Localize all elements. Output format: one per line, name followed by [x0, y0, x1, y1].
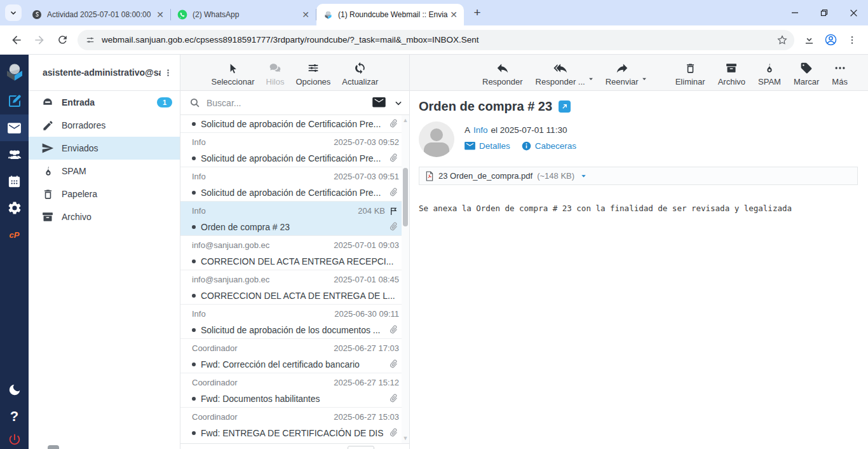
generic-favicon-icon [32, 10, 42, 20]
tab-close-icon[interactable]: ✕ [301, 10, 311, 20]
folder-archivo[interactable]: Archivo [29, 205, 180, 228]
open-in-new-window-button[interactable] [559, 100, 571, 113]
message-row[interactable]: info@sanjuan.gob.ec 2025-07-01 08:45 COR… [180, 270, 402, 305]
tab-whatsapp[interactable]: (2) WhatsApp ✕ [171, 4, 316, 25]
chevron-down-icon [588, 76, 594, 82]
bookmark-star-icon[interactable] [776, 34, 788, 46]
url-bar[interactable]: webmail.sanjuan.gob.ec/cpsess8918591777/… [78, 30, 794, 50]
threads-icon [269, 60, 281, 76]
message-subject: Orden de compra # 23 [201, 222, 383, 232]
search-options-chevron-icon[interactable] [394, 99, 403, 107]
scrollbar-thumb[interactable] [403, 168, 408, 226]
reply-all-button[interactable]: Responder ... [534, 59, 587, 88]
tab-search-button[interactable] [5, 4, 22, 21]
message-subject: Solicitud de aprobación de Certificación… [201, 119, 383, 129]
calendar-nav-button[interactable] [0, 168, 29, 195]
close-window-button[interactable] [839, 0, 868, 25]
message-row[interactable]: Info 2025-07-03 09:52 Solicitud de aprob… [180, 133, 402, 167]
message-row[interactable]: Coordinador 2025-06-27 17:03 Fwd: Correc… [180, 339, 402, 373]
more-dots-icon [834, 60, 846, 76]
folder-enviados[interactable]: Enviados [29, 137, 180, 160]
tab-close-icon[interactable]: ✕ [449, 10, 459, 20]
folder-panel-footer-chip[interactable] [48, 445, 59, 449]
unread-dot [192, 397, 196, 401]
message-row[interactable]: Coordinador 2025-06-27 15:03 Fwd: ENTREG… [180, 408, 402, 441]
mail-icon [6, 120, 22, 136]
forward-menu-caret[interactable] [641, 76, 648, 82]
folder-entrada[interactable]: Entrada 1 [29, 91, 180, 114]
dark-mode-button[interactable] [0, 376, 29, 403]
new-tab-button[interactable]: + [469, 4, 485, 21]
tab-actividad[interactable]: Actividad 2025-07-01 08:00:00 ✕ [25, 4, 170, 25]
details-toggle[interactable]: Detalles [465, 141, 510, 151]
folder-borradores[interactable]: Borradores [29, 114, 180, 137]
minimize-button[interactable] [780, 0, 810, 25]
unread-dot [192, 363, 196, 366]
scroll-up-icon[interactable]: ▲ [402, 116, 409, 124]
mark-button[interactable]: Marcar [792, 59, 820, 88]
reload-button[interactable] [52, 30, 72, 50]
folder-spam[interactable]: SPAM [29, 160, 180, 183]
tab-close-icon[interactable]: ✕ [155, 10, 165, 20]
threads-button[interactable]: Hilos [265, 59, 286, 88]
message-sender: info@sanjuan.gob.ec [192, 275, 330, 284]
downloads-button[interactable] [798, 30, 820, 50]
message-row[interactable]: Info 2025-07-03 09:51 Solicitud de aprob… [180, 167, 402, 202]
message-date-text: el 2025-07-01 11:30 [491, 125, 567, 135]
page-selector[interactable] [348, 446, 374, 449]
attachment-name[interactable]: 23 Orden_de_compra.pdf [438, 171, 532, 181]
settings-nav-button[interactable] [0, 195, 29, 221]
unread-dot [192, 294, 196, 298]
trash-icon [41, 188, 54, 200]
maximize-button[interactable] [810, 0, 839, 25]
headers-toggle[interactable]: Cabeceras [522, 141, 576, 151]
forward-button[interactable] [29, 30, 50, 50]
cpanel-nav-button[interactable]: cP [0, 221, 29, 248]
profile-button[interactable] [820, 30, 841, 50]
site-settings-icon[interactable] [85, 35, 95, 45]
folder-papelera[interactable]: Papelera [29, 183, 180, 205]
browser-menu-button[interactable] [841, 30, 863, 50]
search-scope-mail-icon[interactable] [372, 97, 386, 109]
select-button[interactable]: Seleccionar [210, 59, 256, 88]
message-subject: Fwd: Documentos habilitantes [201, 394, 383, 404]
more-button[interactable]: Más [831, 59, 849, 88]
list-scrollbar[interactable]: ▲ ▼ [402, 115, 409, 443]
spam-button[interactable]: SPAM [757, 59, 782, 88]
message-row[interactable]: Info 2025-06-30 09:11 Solicitud de aprob… [180, 305, 402, 339]
attachment-menu-caret[interactable] [580, 172, 587, 179]
compose-button[interactable] [0, 88, 29, 114]
message-date: 2025-06-27 15:12 [334, 378, 399, 387]
message-row[interactable]: Coordinador 2025-06-27 15:12 Fwd: Docume… [180, 373, 402, 408]
message-row[interactable]: Solicitud de aprobación de Certificación… [180, 115, 402, 133]
attachment-icon [386, 357, 402, 372]
forward-button[interactable]: Reenviar [604, 59, 640, 88]
message-row[interactable]: info@sanjuan.gob.ec 2025-07-01 09:03 COR… [180, 236, 402, 270]
help-button[interactable]: ? [0, 403, 29, 430]
recipient-link[interactable]: Info [473, 125, 488, 135]
moon-icon [8, 383, 22, 397]
refresh-button[interactable]: Actualizar [341, 59, 379, 88]
compose-icon [7, 93, 22, 109]
url-text[interactable]: webmail.sanjuan.gob.ec/cpsess8918591777/… [102, 35, 776, 45]
app-rail: cP ? [0, 55, 29, 449]
reply-button[interactable]: Responder [481, 59, 524, 88]
window-controls [780, 0, 868, 25]
message-row-selected[interactable]: Info 204 KB Orden de compra # 23 [180, 202, 402, 236]
flag-icon[interactable] [389, 206, 399, 216]
delete-button[interactable]: Eliminar [674, 59, 707, 88]
scroll-down-icon[interactable]: ▼ [402, 434, 409, 442]
contacts-nav-button[interactable] [0, 141, 29, 168]
attachment-bar[interactable]: 23 Orden_de_compra.pdf (~148 KB) [419, 167, 858, 185]
archive-button[interactable]: Archivo [717, 59, 747, 88]
reply-all-menu-caret[interactable] [588, 76, 594, 82]
options-button[interactable]: Opciones [294, 59, 332, 88]
search-bar[interactable]: Buscar... [180, 91, 409, 115]
chevron-down-icon [580, 172, 587, 179]
mail-nav-button[interactable] [0, 114, 29, 141]
account-menu-button[interactable] [161, 66, 175, 79]
back-button[interactable] [6, 30, 27, 50]
logout-button[interactable] [0, 430, 29, 449]
tab-roundcube-active[interactable]: (1) Roundcube Webmail :: Envia ✕ [316, 4, 464, 25]
unread-dot [192, 191, 196, 195]
